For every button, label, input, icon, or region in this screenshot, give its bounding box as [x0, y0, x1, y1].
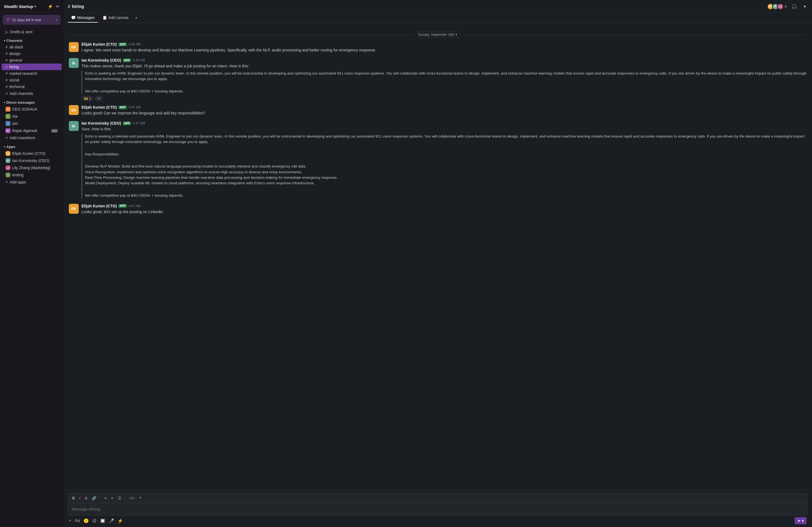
input-field-wrapper [68, 503, 808, 515]
sidebar-item-drafts[interactable]: ▷ Drafts & sent [2, 29, 62, 35]
quote-button[interactable]: ❝ [138, 495, 143, 501]
toolbar-separator [125, 496, 126, 501]
message-body: Elijah Kurien (CTO) APP 4:47 AM Looks gr… [82, 204, 807, 216]
avatar: RA [5, 128, 11, 133]
tab-messages[interactable]: 💬 Messages [68, 13, 98, 22]
sidebar-item-hiring[interactable]: # hiring [2, 63, 62, 70]
sidebar-dm-rajan[interactable]: RA Rajan Agarwal you [2, 127, 62, 134]
avatar: s [5, 121, 11, 126]
sidebar: Stealth Startup ▾ ⚡ ✏ ⏱ 21 days left in … [0, 0, 63, 527]
bold-button[interactable]: B [71, 495, 76, 501]
avatar: IK [5, 158, 11, 163]
italic-button[interactable]: I [78, 495, 82, 501]
dm-label: Rajan Agarwal [12, 129, 48, 133]
sidebar-item-add-coworkers[interactable]: + Add coworkers [2, 134, 62, 141]
apps-header[interactable]: ▾ Apps [0, 144, 63, 150]
avatar: LZ [5, 165, 11, 170]
app-badge: APP [118, 43, 127, 46]
message-input[interactable] [72, 506, 803, 512]
trial-banner[interactable]: ⏱ 21 days left in trial › [3, 15, 60, 25]
sidebar-app-lily[interactable]: LZ Lily Zhang (Marketing) [2, 164, 62, 171]
sidebar-app-testing[interactable]: t testing [2, 171, 62, 179]
main-content: # hiring EK IK LZ 4 🎧 ▾ 💬 Messages 📋 Add… [63, 0, 812, 527]
channel-title: # hiring [68, 4, 84, 9]
attach-button[interactable]: + [69, 518, 71, 523]
you-badge: you [51, 129, 58, 133]
message-quote: Echo is seeking a talented and passionat… [82, 134, 807, 198]
trial-text: 21 days left in trial [12, 18, 56, 22]
sidebar-item-design[interactable]: # design [2, 50, 62, 57]
sidebar-app-elijah[interactable]: EK Elijah Kurien (CTO) [2, 150, 62, 157]
emoji-button[interactable]: 🙂 [83, 518, 89, 524]
sidebar-app-ian[interactable]: IK Ian Korovinsky (CEO) [2, 157, 62, 164]
sidebar-dm-ceo-joshua[interactable]: CJ CEO JOSHUA [2, 106, 62, 113]
chevron-down-icon[interactable]: ▾ [802, 3, 808, 10]
hash-icon: # [5, 71, 8, 76]
workspace-label: Stealth Startup [4, 4, 33, 9]
dm-header-label: Direct messages [6, 101, 35, 105]
channels-header[interactable]: ▾ Channels [0, 37, 63, 44]
date-badge[interactable]: Sunday, September 15th ▾ [415, 32, 460, 38]
dm-collapse-icon: ▾ [4, 101, 5, 104]
message-body: Elijah Kurien (CTO) APP 4:47 AM Looks go… [82, 105, 807, 117]
sidebar-item-technical[interactable]: # technical [2, 83, 62, 90]
workspace-name[interactable]: Stealth Startup ▾ [4, 4, 36, 9]
channel-label: all-slack [9, 45, 58, 49]
shortcut-button[interactable]: ⚡ [117, 518, 123, 524]
tab-add-button[interactable]: + [133, 13, 140, 22]
avatar: CJ [5, 107, 11, 112]
tab-add-canvas[interactable]: 📋 Add canvas [99, 13, 132, 22]
reaction-add-button[interactable]: ↩ [95, 96, 103, 101]
huddle-button[interactable]: 🔲 [100, 518, 105, 524]
apps-header-label: Apps [6, 145, 15, 149]
input-bottom-left: + Aa 🙂 @ 🔲 🎤 ⚡ [69, 518, 123, 524]
sidebar-apps-section: ▾ Apps EK Elijah Kurien (CTO) IK Ian Kor… [0, 142, 63, 187]
member-avatars[interactable]: EK IK LZ 4 [767, 3, 787, 10]
link-button[interactable]: 🔗 [90, 495, 98, 501]
date-chevron-icon: ▾ [455, 33, 457, 36]
message-time: 4:47 AM [129, 105, 141, 109]
sidebar-item-general[interactable]: # general [2, 57, 62, 63]
message-text: Looks great, let's set up the posting on… [82, 209, 807, 215]
format-button[interactable]: Aa [75, 518, 80, 523]
trial-arrow-icon: › [56, 18, 57, 22]
sidebar-dm-rita[interactable]: r rita [2, 113, 62, 120]
app-label: Ian Korovinsky (CEO) [12, 159, 58, 163]
channel-name: hiring [72, 4, 84, 9]
compose-icon[interactable]: ✏ [56, 4, 59, 9]
sidebar-item-add-channels[interactable]: + Add channels [2, 90, 62, 97]
strikethrough-button[interactable]: S [83, 495, 89, 501]
message-author: Ian Korovinsky (CEO) [82, 58, 121, 62]
dm-header[interactable]: ▾ Direct messages [0, 99, 63, 106]
message-input-area: B I S 🔗 ≡ ≡ ☰ </> ❝ + Aa 🙂 @ 🔲 🎤 ⚡ [63, 490, 812, 527]
message-row: EK Elijah Kurien (CTO) APP 4:47 AM Looks… [69, 105, 807, 117]
message-row: IK Ian Korovinsky (CEO) APP 4:46 AM This… [69, 58, 807, 101]
avatar: EK [69, 105, 79, 115]
mention-button[interactable]: @ [92, 518, 97, 523]
ordered-list-button[interactable]: ≡ [103, 495, 108, 501]
hash-icon: # [5, 51, 8, 56]
sidebar-item-market-research[interactable]: # market-research [2, 70, 62, 77]
trial-icon: ⏱ [6, 18, 10, 22]
header-right: EK IK LZ 4 🎧 ▾ [767, 3, 808, 10]
avatar: t [5, 172, 11, 177]
sidebar-item-social[interactable]: # social [2, 77, 62, 83]
sidebar-dm-sim[interactable]: s sim [2, 120, 62, 127]
block-button[interactable]: ☰ [116, 495, 123, 501]
reactions: 🙌 1 ↩ [82, 96, 807, 101]
message-body: Elijah Kurien (CTO) APP 4:46 AM I agree.… [82, 42, 807, 54]
code-button[interactable]: </> [128, 495, 136, 501]
message-row: IK Ian Korovinsky (CEO) APP 4:47 AM Sure… [69, 121, 807, 200]
send-icon: ➤ [797, 518, 801, 523]
avatar: LZ [777, 3, 784, 10]
headphones-icon[interactable]: 🎧 [790, 3, 799, 10]
audio-button[interactable]: 🎤 [109, 518, 114, 524]
hash-icon: # [5, 78, 8, 82]
sidebar-item-add-apps[interactable]: + Add apps [2, 179, 62, 186]
sidebar-item-all-slack[interactable]: # all-slack [2, 44, 62, 50]
unordered-list-button[interactable]: ≡ [110, 495, 115, 501]
channel-label: social [9, 78, 58, 82]
filter-icon[interactable]: ⚡ [48, 4, 53, 9]
reaction-button[interactable]: 🙌 1 [82, 96, 93, 101]
send-button[interactable]: ➤ ▾ [795, 517, 807, 524]
